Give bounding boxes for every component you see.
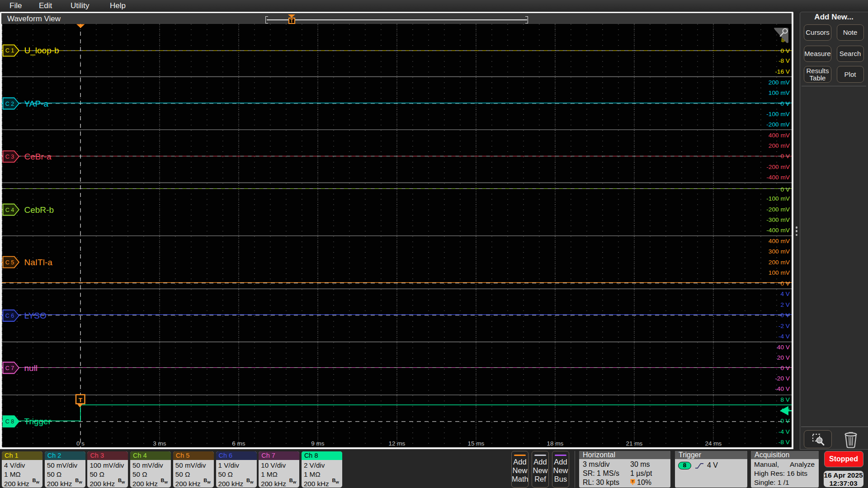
svg-text:9 ms: 9 ms — [311, 440, 325, 447]
svg-text:24 ms: 24 ms — [705, 440, 722, 447]
svg-text:C 8: C 8 — [5, 418, 14, 425]
svg-text:100 mV: 100 mV — [769, 89, 790, 96]
svg-text:0 V: 0 V — [780, 100, 790, 107]
svg-text:200 mV: 200 mV — [769, 259, 790, 266]
svg-text:40 V: 40 V — [777, 344, 790, 351]
svg-text:4 V: 4 V — [780, 291, 790, 297]
svg-text:0 V: 0 V — [780, 153, 790, 160]
svg-text:0 V: 0 V — [780, 280, 790, 287]
svg-text:NaITl-a: NaITl-a — [24, 258, 53, 267]
svg-text:CeBr-a: CeBr-a — [24, 152, 52, 161]
svg-text:21 ms: 21 ms — [626, 440, 643, 447]
svg-text:-4 V: -4 V — [778, 428, 790, 435]
svg-text:0 s: 0 s — [76, 440, 85, 447]
svg-text:-20 V: -20 V — [775, 375, 790, 382]
svg-text:-200 mV: -200 mV — [766, 121, 790, 128]
svg-text:18 ms: 18 ms — [547, 440, 564, 447]
svg-text:400 mV: 400 mV — [769, 238, 790, 244]
svg-text:-40 V: -40 V — [775, 385, 790, 392]
svg-text:YAP-a: YAP-a — [24, 99, 49, 108]
svg-text:-2 V: -2 V — [778, 323, 790, 329]
svg-text:CebR-b: CebR-b — [24, 205, 54, 215]
svg-text:C 1: C 1 — [5, 47, 14, 54]
svg-text:-4 V: -4 V — [778, 333, 790, 340]
svg-text:-100 mV: -100 mV — [766, 195, 790, 202]
svg-text:Trigger: Trigger — [24, 417, 52, 426]
svg-text:20 V: 20 V — [777, 354, 790, 361]
svg-text:C 3: C 3 — [5, 154, 14, 160]
svg-text:-8 V: -8 V — [778, 439, 790, 446]
svg-text:0 V: 0 V — [780, 312, 790, 319]
svg-text:-8 V: -8 V — [778, 57, 790, 64]
svg-text:T: T — [632, 479, 634, 483]
svg-text:C 7: C 7 — [5, 365, 14, 371]
svg-text:T: T — [79, 397, 83, 404]
svg-text:200 mV: 200 mV — [769, 142, 790, 149]
svg-text:0 V: 0 V — [780, 47, 790, 54]
svg-text:C 5: C 5 — [5, 259, 14, 266]
svg-text:0 V: 0 V — [780, 365, 790, 371]
svg-text:C 6: C 6 — [5, 313, 14, 319]
svg-text:U_loop-b: U_loop-b — [24, 46, 59, 56]
svg-text:-400 mV: -400 mV — [766, 174, 790, 181]
svg-text:-200 mV: -200 mV — [766, 206, 790, 213]
svg-text:-100 mV: -100 mV — [766, 111, 790, 117]
svg-text:-16 V: -16 V — [775, 68, 790, 75]
svg-text:8 V: 8 V — [780, 396, 790, 403]
svg-text:200 mV: 200 mV — [769, 79, 790, 86]
svg-text:2 V: 2 V — [780, 301, 790, 308]
svg-text:LYSO: LYSO — [24, 311, 47, 320]
svg-text:-300 mV: -300 mV — [766, 216, 790, 223]
svg-text:100 mV: 100 mV — [769, 269, 790, 276]
svg-text:C 4: C 4 — [5, 207, 14, 213]
svg-text:300 mV: 300 mV — [769, 248, 790, 255]
svg-text:0 V: 0 V — [780, 186, 790, 193]
svg-text:0 V: 0 V — [780, 418, 790, 424]
svg-text:-400 mV: -400 mV — [766, 227, 790, 234]
svg-text:6 ms: 6 ms — [232, 440, 245, 447]
svg-text:400 mV: 400 mV — [769, 132, 790, 139]
svg-text:C 2: C 2 — [5, 101, 14, 107]
svg-text:null: null — [24, 363, 38, 373]
svg-text:15 ms: 15 ms — [468, 440, 485, 447]
svg-text:12 ms: 12 ms — [389, 440, 406, 447]
svg-text:-200 mV: -200 mV — [766, 164, 790, 170]
svg-text:3 ms: 3 ms — [153, 440, 166, 447]
